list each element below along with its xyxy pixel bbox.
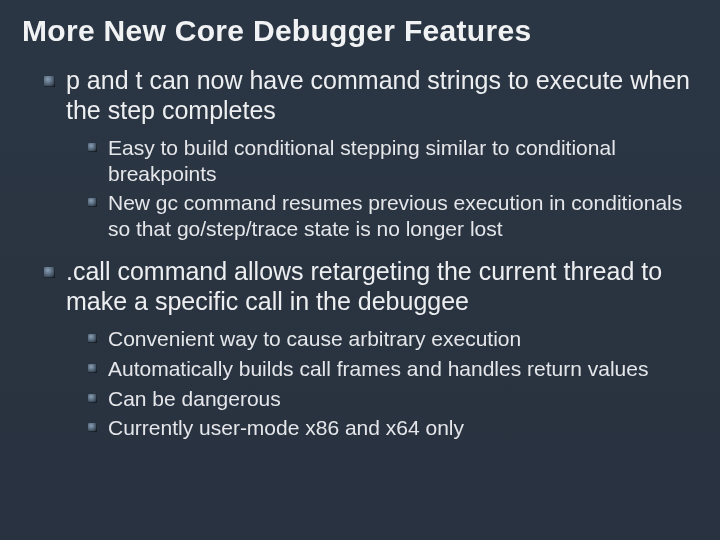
bullet-list: p and t can now have command strings to … (22, 66, 698, 441)
slide-title: More New Core Debugger Features (22, 14, 698, 48)
sub-bullet-list: Easy to build conditional stepping simil… (66, 135, 698, 241)
sub-bullet-text: Currently user-mode x86 and x64 only (108, 416, 464, 439)
sub-bullet-item: Automatically builds call frames and han… (88, 356, 698, 382)
sub-bullet-item: Easy to build conditional stepping simil… (88, 135, 698, 186)
sub-bullet-list: Convenient way to cause arbitrary execut… (66, 326, 698, 440)
sub-bullet-text: Automatically builds call frames and han… (108, 357, 648, 380)
sub-bullet-text: Convenient way to cause arbitrary execut… (108, 327, 521, 350)
bullet-item: p and t can now have command strings to … (44, 66, 698, 241)
sub-bullet-item: New gc command resumes previous executio… (88, 190, 698, 241)
bullet-text: p and t can now have command strings to … (66, 66, 690, 124)
bullet-text: .call command allows retargeting the cur… (66, 257, 662, 315)
bullet-item: .call command allows retargeting the cur… (44, 257, 698, 440)
sub-bullet-item: Can be dangerous (88, 386, 698, 412)
sub-bullet-text: Can be dangerous (108, 387, 281, 410)
sub-bullet-text: New gc command resumes previous executio… (108, 191, 682, 240)
sub-bullet-item: Convenient way to cause arbitrary execut… (88, 326, 698, 352)
slide: More New Core Debugger Features p and t … (0, 0, 720, 540)
sub-bullet-item: Currently user-mode x86 and x64 only (88, 415, 698, 441)
sub-bullet-text: Easy to build conditional stepping simil… (108, 136, 616, 185)
